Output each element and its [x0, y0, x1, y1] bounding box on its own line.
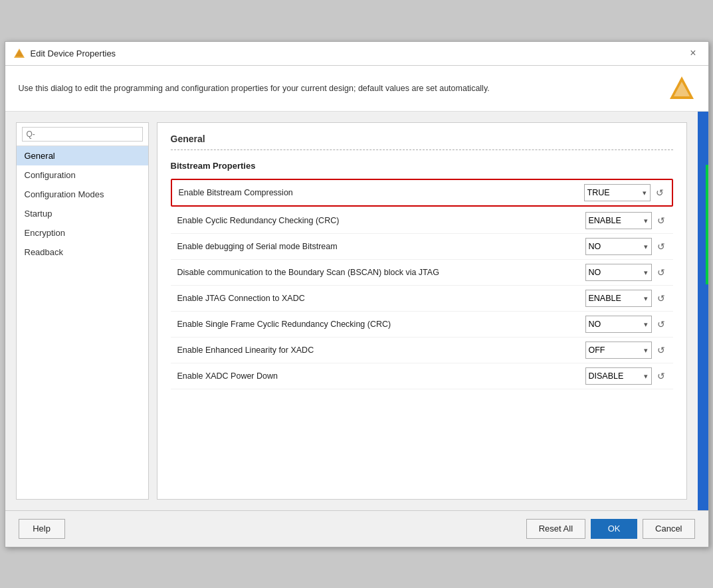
property-row-enable-crc: Enable Cyclic Redundancy Checking (CRC)E…: [171, 208, 673, 234]
sidebar-item-configuration-modes[interactable]: Configuration Modes: [17, 185, 148, 204]
property-label-enable-jtag-xadc: Enable JTAG Connection to XADC: [177, 294, 580, 303]
properties-list: Enable Bitstream CompressionTRUEFALSE↺En…: [171, 179, 673, 389]
dialog-title: Edit Device Properties: [31, 49, 116, 58]
info-bar: Use this dialog to edit the programming …: [5, 66, 708, 112]
reset-button-enable-bitstream-compression[interactable]: ↺: [655, 187, 665, 199]
close-button[interactable]: ×: [686, 47, 700, 60]
footer: Help Reset All OK Cancel: [5, 510, 708, 547]
select-wrapper-disable-bscan: NOYES: [585, 264, 652, 281]
sidebar-item-configuration[interactable]: Configuration: [17, 165, 148, 185]
footer-left: Help: [19, 519, 65, 539]
search-box: [17, 123, 148, 146]
section-title: General: [171, 134, 673, 144]
sidebar-item-startup[interactable]: Startup: [17, 204, 148, 223]
vivado-logo: [668, 75, 695, 102]
property-row-enable-jtag-xadc: Enable JTAG Connection to XADCENABLEDISA…: [171, 286, 673, 312]
property-label-enable-enhanced-linearity: Enable Enhanced Linearity for XADC: [177, 345, 580, 355]
content-area: General Bitstream Properties Enable Bits…: [157, 122, 687, 500]
dropdown-container-enable-crc: ENABLEDISABLE↺: [585, 212, 666, 229]
dropdown-container-enable-jtag-xadc: ENABLEDISABLE↺: [585, 290, 666, 307]
title-bar: Edit Device Properties ×: [5, 42, 708, 66]
dropdown-container-disable-bscan: NOYES↺: [585, 264, 666, 281]
cancel-button[interactable]: Cancel: [643, 519, 694, 539]
property-label-enable-bitstream-compression: Enable Bitstream Compression: [179, 188, 579, 197]
info-text: Use this dialog to edit the programming …: [19, 84, 668, 93]
property-row-disable-bscan: Disable communication to the Boundary Sc…: [171, 260, 673, 286]
select-wrapper-enable-bitstream-compression: TRUEFALSE: [584, 184, 651, 201]
search-input[interactable]: [22, 127, 143, 142]
select-wrapper-enable-jtag-xadc: ENABLEDISABLE: [585, 290, 652, 307]
green-strip: [706, 165, 708, 284]
dropdown-container-enable-single-frame-crc: NOYES↺: [585, 316, 666, 333]
reset-button-enable-jtag-xadc[interactable]: ↺: [656, 292, 666, 304]
help-button[interactable]: Help: [19, 519, 65, 539]
reset-button-enable-xadc-power-down[interactable]: ↺: [656, 370, 666, 382]
sidebar: GeneralConfigurationConfiguration ModesS…: [16, 122, 149, 500]
app-icon: [13, 47, 25, 59]
nav-list: GeneralConfigurationConfiguration ModesS…: [17, 146, 148, 262]
right-strip: [698, 112, 708, 510]
section-divider: [171, 149, 673, 150]
ok-button[interactable]: OK: [591, 519, 637, 539]
dropdown-container-enable-enhanced-linearity: OFFON↺: [585, 342, 666, 359]
dropdown-container-enable-serial-debug: NOYES↺: [585, 238, 666, 255]
property-label-enable-crc: Enable Cyclic Redundancy Checking (CRC): [177, 216, 580, 225]
property-row-enable-xadc-power-down: Enable XADC Power DownDISABLEENABLE↺: [171, 363, 673, 389]
property-select-enable-single-frame-crc[interactable]: NOYES: [585, 316, 652, 333]
property-label-enable-serial-debug: Enable debugging of Serial mode Bitstrea…: [177, 242, 580, 251]
property-select-enable-serial-debug[interactable]: NOYES: [585, 238, 652, 255]
reset-button-enable-single-frame-crc[interactable]: ↺: [656, 318, 666, 330]
sidebar-item-general[interactable]: General: [17, 146, 148, 165]
property-label-enable-xadc-power-down: Enable XADC Power Down: [177, 371, 580, 381]
reset-button-enable-enhanced-linearity[interactable]: ↺: [656, 344, 666, 356]
footer-right: Reset All OK Cancel: [526, 519, 695, 539]
sidebar-item-encryption[interactable]: Encryption: [17, 223, 148, 243]
property-select-enable-jtag-xadc[interactable]: ENABLEDISABLE: [585, 290, 652, 307]
reset-button-enable-serial-debug[interactable]: ↺: [656, 241, 666, 252]
subsection-title: Bitstream Properties: [171, 161, 673, 171]
property-row-enable-serial-debug: Enable debugging of Serial mode Bitstrea…: [171, 234, 673, 260]
select-wrapper-enable-crc: ENABLEDISABLE: [585, 212, 652, 229]
property-label-enable-single-frame-crc: Enable Single Frame Cyclic Redundancy Ch…: [177, 320, 580, 329]
edit-device-properties-dialog: Edit Device Properties × Use this dialog…: [5, 41, 709, 547]
property-row-enable-enhanced-linearity: Enable Enhanced Linearity for XADCOFFON↺: [171, 338, 673, 363]
select-wrapper-enable-enhanced-linearity: OFFON: [585, 342, 652, 359]
title-bar-left: Edit Device Properties: [13, 47, 116, 59]
property-select-enable-crc[interactable]: ENABLEDISABLE: [585, 212, 652, 229]
property-row-enable-bitstream-compression: Enable Bitstream CompressionTRUEFALSE↺: [171, 179, 673, 207]
property-label-disable-bscan: Disable communication to the Boundary Sc…: [177, 268, 580, 277]
select-wrapper-enable-single-frame-crc: NOYES: [585, 316, 652, 333]
property-select-enable-bitstream-compression[interactable]: TRUEFALSE: [584, 184, 651, 201]
select-wrapper-enable-xadc-power-down: DISABLEENABLE: [585, 367, 652, 385]
property-select-enable-xadc-power-down[interactable]: DISABLEENABLE: [585, 367, 652, 385]
property-select-disable-bscan[interactable]: NOYES: [585, 264, 652, 281]
svg-marker-1: [15, 50, 23, 56]
main-content: GeneralConfigurationConfiguration ModesS…: [5, 112, 698, 510]
property-select-enable-enhanced-linearity[interactable]: OFFON: [585, 342, 652, 359]
dropdown-container-enable-bitstream-compression: TRUEFALSE↺: [584, 184, 665, 201]
sidebar-item-readback[interactable]: Readback: [17, 243, 148, 262]
property-row-enable-single-frame-crc: Enable Single Frame Cyclic Redundancy Ch…: [171, 312, 673, 338]
select-wrapper-enable-serial-debug: NOYES: [585, 238, 652, 255]
dropdown-container-enable-xadc-power-down: DISABLEENABLE↺: [585, 367, 666, 385]
reset-button-enable-crc[interactable]: ↺: [656, 215, 666, 227]
reset-all-button[interactable]: Reset All: [526, 519, 585, 539]
reset-button-disable-bscan[interactable]: ↺: [656, 266, 666, 278]
